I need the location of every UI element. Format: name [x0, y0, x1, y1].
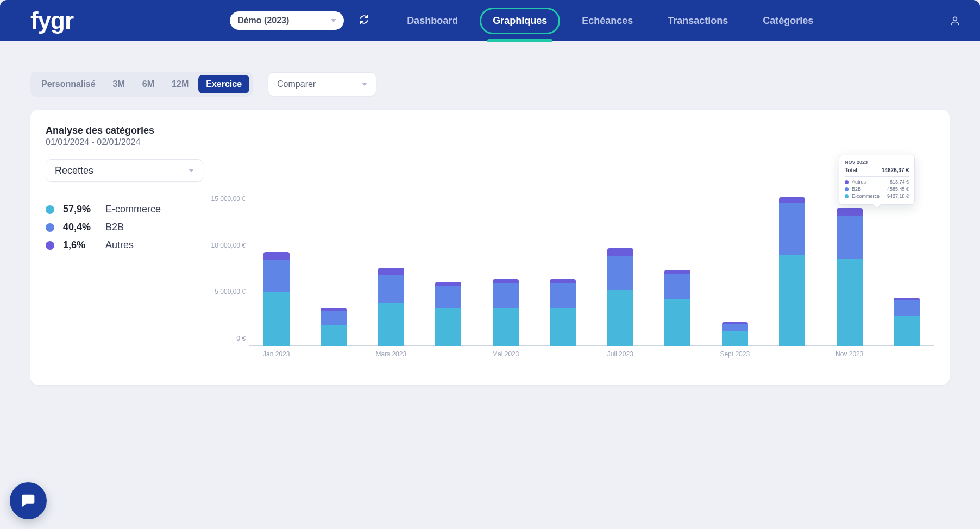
- legend-percent: 40,4%: [63, 222, 97, 233]
- legend-percent: 1,6%: [63, 240, 97, 251]
- stacked-bar: [722, 322, 748, 347]
- tooltip-row-value: 813,74 €: [890, 179, 909, 185]
- chat-icon: [19, 492, 37, 510]
- svg-point-0: [953, 17, 957, 21]
- x-tick-label: [429, 346, 469, 366]
- x-tick-label: Sept 2023: [715, 346, 755, 366]
- bar-segment: [493, 283, 519, 308]
- nav-underline: [487, 39, 552, 42]
- y-axis: 0 €5 000,00 €10 000,00 €15 000,00 €: [202, 197, 249, 346]
- bar-slot[interactable]: [600, 248, 640, 346]
- bar-slot[interactable]: [371, 268, 411, 346]
- stacked-bar: [894, 298, 920, 346]
- y-tick-label: 15 000,00 €: [211, 195, 246, 203]
- stacked-bar: [779, 197, 805, 346]
- tooltip-total-row: Total 14826,37 €: [845, 167, 909, 177]
- chip-12m[interactable]: 12M: [164, 75, 196, 93]
- nav-item-graphiques[interactable]: Graphiques: [492, 12, 548, 30]
- bar-segment: [894, 300, 920, 315]
- chip-6m[interactable]: 6M: [135, 75, 162, 93]
- x-tick-label: Juil 2023: [600, 346, 640, 366]
- bar-slot[interactable]: [314, 308, 354, 346]
- stacked-bar: [378, 268, 404, 346]
- bar-segment: [664, 270, 690, 275]
- tooltip-caret-icon: [873, 204, 881, 208]
- tooltip-row-value: 9427,18 €: [887, 193, 909, 199]
- period-chip-group: Personnalisé 3M 6M 12M Exercice: [30, 72, 253, 97]
- period-toolbar: Personnalisé 3M 6M 12M Exercice Comparer: [0, 41, 980, 110]
- tooltip-row: E-commerce9427,18 €: [845, 193, 909, 199]
- compare-select[interactable]: Comparer: [268, 72, 376, 96]
- x-tick-label: Jan 2023: [256, 346, 297, 366]
- chip-exercice[interactable]: Exercice: [198, 75, 249, 93]
- x-tick-label: Nov 2023: [830, 346, 870, 366]
- category-select[interactable]: Recettes: [46, 159, 203, 182]
- bar-slot[interactable]: [772, 197, 813, 346]
- chip-3m[interactable]: 3M: [105, 75, 133, 93]
- user-icon[interactable]: [950, 15, 960, 26]
- bar-slot[interactable]: [658, 270, 698, 346]
- bar-segment: [493, 279, 519, 283]
- nav-item-graphiques-label: Graphiques: [493, 15, 547, 26]
- legend-item: 1,6%Autres: [46, 240, 198, 251]
- main-nav: Dashboard Graphiques Echéances Transacti…: [406, 12, 814, 30]
- nav-item-dashboard[interactable]: Dashboard: [406, 12, 459, 30]
- stacked-bar: [837, 208, 863, 346]
- plot-area: NOV 2023 Total 14826,37 € Autres813,74 €…: [249, 197, 934, 346]
- y-tick-label: 0 €: [236, 335, 246, 342]
- bar-segment: [894, 316, 920, 347]
- bar-slot[interactable]: [486, 279, 526, 346]
- bar-slot[interactable]: [543, 279, 583, 346]
- legend-label: B2B: [105, 222, 124, 233]
- bar-segment: [607, 256, 633, 290]
- chart: 0 €5 000,00 €10 000,00 €15 000,00 € NOV …: [202, 197, 934, 366]
- tooltip-row-label: E-commerce: [852, 193, 884, 199]
- nav-item-transactions[interactable]: Transactions: [667, 12, 729, 30]
- stacked-bar: [550, 279, 576, 346]
- bar-segment: [321, 311, 347, 325]
- bar-slot[interactable]: [429, 282, 469, 346]
- refresh-icon[interactable]: [359, 15, 369, 27]
- bar-segment: [837, 208, 863, 216]
- legend-dot: [46, 223, 54, 232]
- chart-tooltip: NOV 2023 Total 14826,37 € Autres813,74 €…: [839, 155, 915, 205]
- chevron-down-icon: [189, 169, 194, 172]
- gridline: [249, 299, 934, 299]
- bar-segment: [837, 259, 863, 346]
- legend: 57,9%E-commerce40,4%B2B1,6%Autres: [46, 197, 198, 366]
- bar-segment: [263, 292, 290, 346]
- nav-item-echeances[interactable]: Echéances: [581, 12, 634, 30]
- x-tick-label: Mars 2023: [371, 346, 411, 366]
- bar-slot[interactable]: [887, 298, 927, 346]
- bar-segment: [378, 268, 404, 275]
- tooltip-row-label: B2B: [852, 186, 884, 192]
- gridline: [249, 253, 934, 253]
- card-content: 57,9%E-commerce40,4%B2B1,6%Autres 0 €5 0…: [46, 197, 934, 366]
- tooltip-total-label: Total: [845, 167, 857, 173]
- chat-button[interactable]: [10, 482, 47, 519]
- bar-segment: [263, 252, 290, 260]
- bar-slot[interactable]: [830, 208, 870, 346]
- bar-segment: [550, 283, 576, 308]
- legend-item: 40,4%B2B: [46, 222, 198, 233]
- compare-select-label: Comparer: [277, 79, 316, 89]
- account-selector[interactable]: Démo (2023): [230, 11, 344, 30]
- legend-dot: [46, 205, 54, 214]
- bar-segment: [493, 308, 519, 346]
- chip-personnalise[interactable]: Personnalisé: [34, 75, 103, 93]
- nav-item-categories[interactable]: Catégories: [762, 12, 814, 30]
- bar-segment: [722, 331, 748, 346]
- tooltip-dot: [845, 187, 849, 191]
- tooltip-row-value: 4585,45 €: [887, 186, 909, 192]
- bar-segment: [378, 303, 404, 346]
- stacked-bar: [435, 282, 461, 346]
- bar-slot[interactable]: [715, 322, 755, 347]
- app-header: fygr Démo (2023) Dashboard Graphiques Ec…: [0, 0, 980, 41]
- chevron-down-icon: [331, 19, 336, 22]
- x-tick-label: [658, 346, 698, 366]
- stacked-bar: [607, 248, 633, 346]
- y-tick-label: 5 000,00 €: [215, 288, 246, 295]
- x-tick-label: [887, 346, 927, 366]
- x-tick-label: [772, 346, 813, 366]
- x-tick-label: [543, 346, 583, 366]
